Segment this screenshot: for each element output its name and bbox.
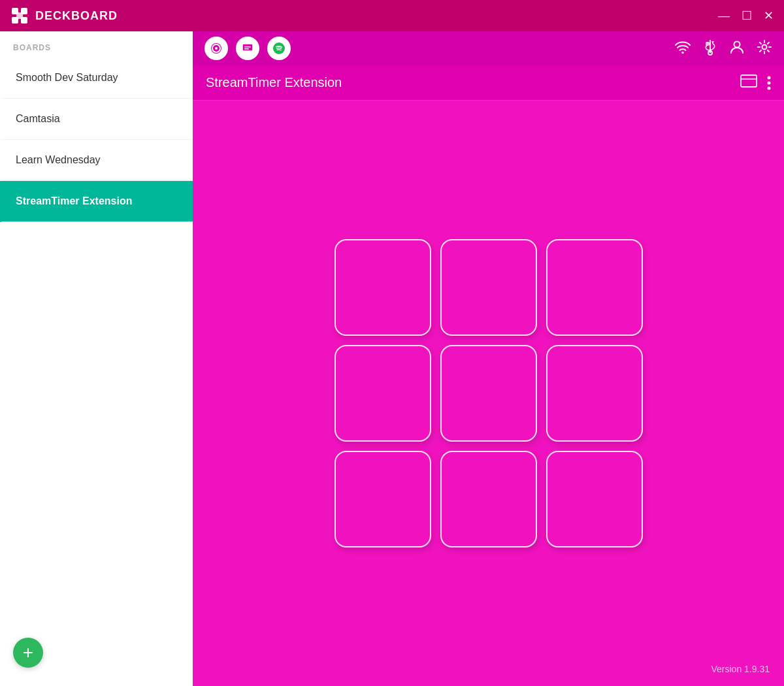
maximize-button[interactable]: ☐ xyxy=(742,10,752,22)
svg-point-14 xyxy=(681,51,684,54)
usb-icon[interactable] xyxy=(703,39,717,59)
grid-area xyxy=(193,101,784,686)
svg-point-7 xyxy=(215,47,218,50)
spotify-icon[interactable] xyxy=(267,37,291,60)
toolbar xyxy=(193,31,784,65)
sidebar-item-label: Learn Wednesday xyxy=(16,154,101,165)
wifi-icon[interactable] xyxy=(674,40,691,57)
svg-point-22 xyxy=(762,44,767,49)
svg-point-21 xyxy=(734,41,740,47)
svg-rect-11 xyxy=(244,48,249,50)
board-title: StreamTimer Extension xyxy=(206,75,342,90)
title-bar-left: DECKBOARD xyxy=(10,7,118,25)
content-area: StreamTimer Extension xyxy=(193,31,784,686)
title-bar: DECKBOARD — ☐ ✕ xyxy=(0,0,784,31)
board-title-bar: StreamTimer Extension xyxy=(193,65,784,101)
grid-button-2[interactable] xyxy=(440,239,537,336)
svg-marker-12 xyxy=(245,51,248,53)
sidebar: BOARDS Smooth Dev Saturday Camtasia Lear… xyxy=(0,31,193,686)
svg-rect-10 xyxy=(244,46,251,48)
add-board-button[interactable]: + xyxy=(13,638,43,668)
svg-rect-4 xyxy=(16,12,23,19)
board-title-actions xyxy=(740,74,771,91)
sidebar-item-label: Smooth Dev Saturday xyxy=(16,72,118,83)
boards-section-label: BOARDS xyxy=(0,31,193,57)
sidebar-item-label: StreamTimer Extension xyxy=(16,195,132,206)
main-layout: BOARDS Smooth Dev Saturday Camtasia Lear… xyxy=(0,31,784,686)
grid-button-9[interactable] xyxy=(546,451,643,547)
grid-button-1[interactable] xyxy=(335,239,431,336)
sidebar-item-smooth-dev-saturday[interactable]: Smooth Dev Saturday xyxy=(0,57,193,99)
sidebar-item-camtasia[interactable]: Camtasia xyxy=(0,99,193,140)
account-icon[interactable] xyxy=(729,39,745,58)
obs-icon[interactable] xyxy=(204,37,228,60)
title-bar-controls: — ☐ ✕ xyxy=(718,10,774,22)
grid-button-4[interactable] xyxy=(335,345,431,442)
layout-icon[interactable] xyxy=(740,74,758,91)
svg-point-27 xyxy=(768,86,771,90)
settings-icon[interactable] xyxy=(757,39,772,58)
toolbar-right-icons xyxy=(674,39,772,59)
grid-button-3[interactable] xyxy=(546,239,643,336)
grid-button-6[interactable] xyxy=(546,345,643,442)
version-label: Version 1.9.31 xyxy=(711,664,770,674)
deckboard-logo xyxy=(10,7,29,25)
app-title: DECKBOARD xyxy=(35,9,118,23)
grid-button-8[interactable] xyxy=(440,451,537,547)
svg-marker-19 xyxy=(711,41,714,44)
chat-icon[interactable] xyxy=(236,37,259,60)
grid-button-5[interactable] xyxy=(440,345,537,442)
sidebar-item-streamtimer-extension[interactable]: StreamTimer Extension xyxy=(0,181,193,222)
svg-rect-23 xyxy=(741,75,757,87)
minimize-button[interactable]: — xyxy=(718,10,730,22)
more-options-icon[interactable] xyxy=(767,76,771,90)
svg-point-25 xyxy=(768,76,771,79)
svg-point-26 xyxy=(768,81,771,84)
sidebar-item-learn-wednesday[interactable]: Learn Wednesday xyxy=(0,140,193,181)
button-grid xyxy=(335,239,643,547)
grid-button-7[interactable] xyxy=(335,451,431,547)
sidebar-item-label: Camtasia xyxy=(16,113,60,124)
close-button[interactable]: ✕ xyxy=(764,10,774,22)
